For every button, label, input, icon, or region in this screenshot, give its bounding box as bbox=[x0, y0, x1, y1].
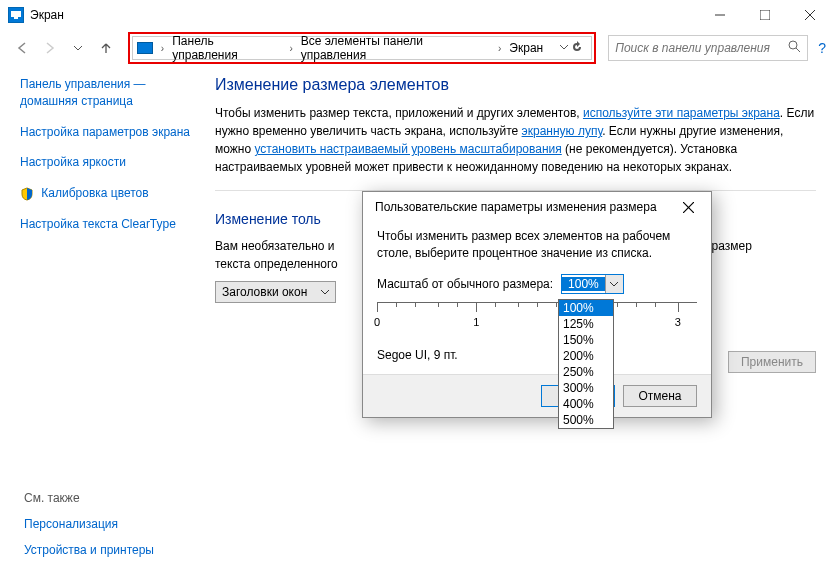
font-sample-label: Segoe UI, 9 пт. bbox=[377, 348, 697, 362]
chevron-down-icon[interactable] bbox=[559, 41, 569, 55]
svg-rect-3 bbox=[760, 10, 770, 20]
page-heading: Изменение размера элементов bbox=[215, 76, 816, 94]
see-also-devices[interactable]: Устройства и принтеры bbox=[24, 543, 154, 557]
text-element-dropdown[interactable]: Заголовки окон bbox=[215, 281, 336, 303]
shield-icon bbox=[20, 187, 34, 201]
search-box[interactable] bbox=[608, 35, 808, 61]
svg-rect-0 bbox=[11, 11, 21, 17]
scale-combobox[interactable]: 100% bbox=[561, 274, 624, 294]
custom-scaling-dialog: Пользовательские параметры изменения раз… bbox=[362, 191, 712, 418]
chevron-right-icon: › bbox=[289, 43, 292, 54]
see-also-personalization[interactable]: Персонализация bbox=[24, 517, 154, 531]
scale-option[interactable]: 250% bbox=[559, 364, 613, 380]
scale-value: 100% bbox=[562, 277, 605, 291]
address-bar[interactable]: › Панель управления › Все элементы панел… bbox=[132, 36, 592, 60]
scale-option[interactable]: 125% bbox=[559, 316, 613, 332]
monitor-icon bbox=[137, 42, 153, 54]
help-icon[interactable]: ? bbox=[818, 40, 826, 56]
breadcrumb-item[interactable]: Все элементы панели управления bbox=[301, 34, 490, 62]
sidebar-cleartype[interactable]: Настройка текста ClearType bbox=[20, 216, 195, 233]
sidebar-brightness[interactable]: Настройка яркости bbox=[20, 154, 195, 171]
chevron-right-icon: › bbox=[498, 43, 501, 54]
svg-line-7 bbox=[796, 48, 800, 52]
display-icon bbox=[8, 7, 24, 23]
sidebar-home[interactable]: Панель управления — домашняя страница bbox=[20, 76, 195, 110]
dialog-close-button[interactable] bbox=[673, 192, 703, 222]
dialog-description: Чтобы изменить размер всех элементов на … bbox=[377, 228, 697, 262]
window-titlebar: Экран bbox=[0, 0, 836, 30]
sidebar-display-settings[interactable]: Настройка параметров экрана bbox=[20, 124, 195, 141]
see-also-header: См. также bbox=[24, 491, 154, 505]
see-also-section: См. также Персонализация Устройства и пр… bbox=[24, 491, 154, 569]
scale-dropdown-list[interactable]: 100% 125% 150% 200% 250% 300% 400% 500% bbox=[558, 299, 614, 429]
sidebar-item-label: Калибровка цветов bbox=[41, 186, 148, 200]
scale-ruler[interactable]: 0 1 2 3 bbox=[377, 302, 697, 342]
breadcrumb-item[interactable]: Панель управления bbox=[172, 34, 281, 62]
svg-point-6 bbox=[789, 41, 797, 49]
window-title: Экран bbox=[30, 8, 64, 22]
search-input[interactable] bbox=[615, 41, 788, 55]
dropdown-label: Заголовки окон bbox=[222, 285, 307, 299]
forward-button[interactable] bbox=[38, 36, 62, 60]
link-display-params[interactable]: используйте эти параметры экрана bbox=[583, 106, 780, 120]
cancel-button[interactable]: Отмена bbox=[623, 385, 697, 407]
intro-paragraph: Чтобы изменить размер текста, приложений… bbox=[215, 104, 816, 176]
scale-option[interactable]: 200% bbox=[559, 348, 613, 364]
address-bar-highlight: › Панель управления › Все элементы панел… bbox=[128, 32, 596, 64]
recent-button[interactable] bbox=[66, 36, 90, 60]
scale-option[interactable]: 100% bbox=[559, 300, 613, 316]
svg-rect-1 bbox=[14, 17, 18, 19]
scale-label: Масштаб от обычного размера: bbox=[377, 277, 553, 291]
link-magnifier[interactable]: экранную лупу bbox=[522, 124, 603, 138]
link-custom-scale[interactable]: установить настраиваемый уровень масштаб… bbox=[254, 142, 561, 156]
scale-option[interactable]: 400% bbox=[559, 396, 613, 412]
dialog-titlebar: Пользовательские параметры изменения раз… bbox=[363, 192, 711, 222]
chevron-right-icon: › bbox=[161, 43, 164, 54]
refresh-icon[interactable] bbox=[571, 41, 583, 56]
navigation-bar: › Панель управления › Все элементы панел… bbox=[0, 30, 836, 66]
minimize-button[interactable] bbox=[697, 0, 742, 30]
dialog-title: Пользовательские параметры изменения раз… bbox=[375, 200, 657, 214]
chevron-down-icon[interactable] bbox=[605, 275, 623, 293]
back-button[interactable] bbox=[10, 36, 34, 60]
scale-option[interactable]: 500% bbox=[559, 412, 613, 428]
maximize-button[interactable] bbox=[742, 0, 787, 30]
sidebar-color-calibration[interactable]: Калибровка цветов bbox=[20, 185, 195, 202]
close-button[interactable] bbox=[787, 0, 832, 30]
apply-button[interactable]: Применить bbox=[728, 351, 816, 373]
scale-option[interactable]: 300% bbox=[559, 380, 613, 396]
breadcrumb-item[interactable]: Экран bbox=[509, 41, 543, 55]
sidebar: Панель управления — домашняя страница На… bbox=[20, 76, 205, 303]
search-icon[interactable] bbox=[788, 40, 801, 56]
chevron-down-icon bbox=[321, 288, 329, 296]
scale-option[interactable]: 150% bbox=[559, 332, 613, 348]
dialog-button-row: ОК Отмена bbox=[363, 374, 711, 417]
up-button[interactable] bbox=[94, 36, 118, 60]
